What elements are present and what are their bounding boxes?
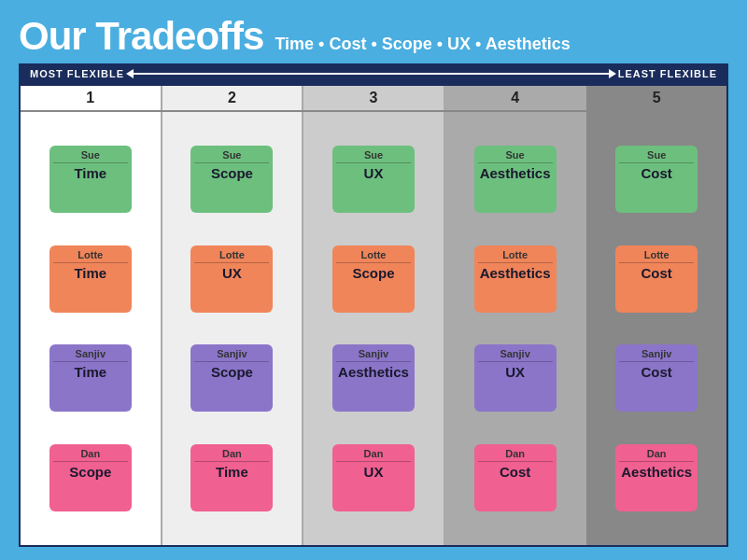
- col-header-1: 1: [21, 86, 162, 110]
- card-person-name: Dan: [53, 448, 128, 462]
- card-col2-row4: DanTime: [190, 444, 273, 511]
- card-person-name: Sue: [336, 149, 411, 163]
- table-body: SueTimeLotteTimeSanjivTimeDanScopeSueSco…: [21, 112, 726, 545]
- card-col3-row3: SanjivAesthetics: [332, 344, 415, 412]
- card-col4-row1: SueAesthetics: [474, 146, 557, 213]
- column-2: SueScopeLotteUXSanjivScopeDanTime: [162, 112, 304, 545]
- card-person-name: Lotte: [53, 249, 128, 263]
- card-col3-row1: SueUX: [332, 146, 415, 213]
- card-tradeoff-value: Time: [216, 465, 248, 481]
- card-person-name: Sue: [619, 149, 694, 163]
- col-header-3: 3: [303, 86, 445, 110]
- card-person-name: Dan: [194, 448, 269, 462]
- card-tradeoff-value: Scope: [69, 465, 111, 481]
- card-person-name: Lotte: [336, 249, 411, 263]
- card-col5-row3: SanjivCost: [615, 344, 698, 412]
- card-person-name: Dan: [336, 448, 411, 462]
- card-person-name: Sue: [194, 149, 269, 163]
- least-flexible-label: LEAST FLEXIBLE: [618, 68, 717, 79]
- card-person-name: Lotte: [478, 249, 553, 263]
- card-tradeoff-value: Aesthetics: [480, 266, 551, 282]
- page: Our Tradeoffs Time • Cost • Scope • UX •…: [0, 0, 747, 560]
- card-tradeoff-value: Cost: [500, 465, 530, 481]
- card-col5-row1: SueCost: [615, 146, 698, 213]
- card-tradeoff-value: Aesthetics: [338, 365, 409, 381]
- card-col4-row2: LotteAesthetics: [474, 245, 557, 313]
- card-col2-row3: SanjivScope: [190, 344, 273, 412]
- col-header-5: 5: [586, 86, 726, 110]
- card-col1-row2: LotteTime: [49, 245, 132, 313]
- card-col3-row4: DanUX: [332, 444, 415, 511]
- card-tradeoff-value: Scope: [211, 365, 253, 381]
- card-tradeoff-value: UX: [364, 465, 384, 481]
- header: Our Tradeoffs Time • Cost • Scope • UX •…: [19, 17, 728, 56]
- column-4: SueAestheticsLotteAestheticsSanjivUXDanC…: [445, 112, 587, 545]
- tradeoffs-table: 1 2 3 4 5 SueTimeLotteTimeSanjivTimeDanS…: [19, 84, 728, 547]
- column-headers: 1 2 3 4 5: [21, 86, 726, 112]
- card-person-name: Lotte: [619, 249, 694, 263]
- card-person-name: Sanjiv: [619, 348, 694, 362]
- card-person-name: Sue: [478, 149, 553, 163]
- card-tradeoff-value: Cost: [641, 266, 672, 282]
- flexibility-bar: MOST FLEXIBLE LEAST FLEXIBLE: [19, 63, 728, 84]
- col-header-4: 4: [445, 86, 587, 110]
- card-tradeoff-value: Time: [74, 365, 106, 381]
- card-person-name: Lotte: [194, 249, 269, 263]
- card-col2-row2: LotteUX: [190, 245, 273, 313]
- card-tradeoff-value: UX: [222, 266, 242, 282]
- card-col5-row2: LotteCost: [615, 245, 698, 313]
- card-col3-row2: LotteScope: [332, 245, 415, 313]
- page-title: Our Tradeoffs: [19, 17, 263, 56]
- flexibility-arrow: [132, 73, 611, 75]
- card-tradeoff-value: Scope: [352, 266, 394, 282]
- card-col4-row3: SanjivUX: [474, 344, 557, 412]
- card-person-name: Sanjiv: [336, 348, 411, 362]
- card-col1-row4: DanScope: [49, 444, 132, 511]
- column-5: SueCostLotteCostSanjivCostDanAesthetics: [586, 112, 726, 545]
- card-tradeoff-value: UX: [364, 166, 384, 182]
- card-tradeoff-value: Cost: [641, 166, 672, 182]
- col-header-2: 2: [162, 86, 304, 110]
- card-col5-row4: DanAesthetics: [615, 444, 698, 511]
- card-person-name: Sanjiv: [478, 348, 553, 362]
- card-tradeoff-value: Aesthetics: [621, 465, 692, 481]
- card-person-name: Sanjiv: [53, 348, 128, 362]
- column-1: SueTimeLotteTimeSanjivTimeDanScope: [21, 112, 162, 545]
- page-subtitle: Time • Cost • Scope • UX • Aesthetics: [275, 35, 570, 54]
- card-col2-row1: SueScope: [190, 146, 273, 213]
- card-col1-row3: SanjivTime: [49, 344, 132, 412]
- most-flexible-label: MOST FLEXIBLE: [30, 68, 124, 79]
- card-tradeoff-value: Scope: [211, 166, 253, 182]
- card-tradeoff-value: Time: [74, 266, 106, 282]
- card-person-name: Sue: [53, 149, 128, 163]
- card-tradeoff-value: Cost: [641, 365, 672, 381]
- card-tradeoff-value: UX: [505, 365, 525, 381]
- card-col4-row4: DanCost: [474, 444, 557, 511]
- column-3: SueUXLotteScopeSanjivAestheticsDanUX: [303, 112, 445, 545]
- card-person-name: Dan: [478, 448, 553, 462]
- card-person-name: Dan: [619, 448, 694, 462]
- card-tradeoff-value: Time: [74, 166, 106, 182]
- card-tradeoff-value: Aesthetics: [480, 166, 551, 182]
- card-person-name: Sanjiv: [194, 348, 269, 362]
- card-col1-row1: SueTime: [49, 146, 132, 213]
